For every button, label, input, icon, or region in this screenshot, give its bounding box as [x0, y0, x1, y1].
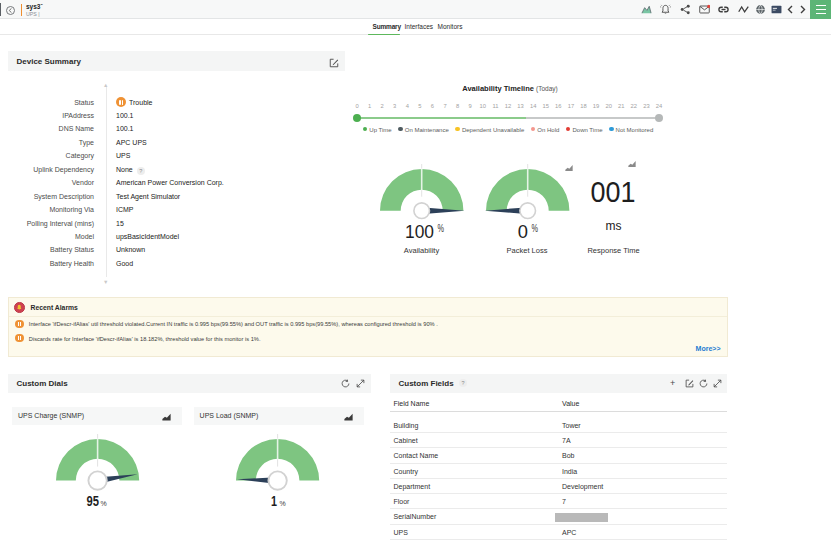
svg-text:%: % — [101, 500, 107, 507]
svg-text:%: % — [280, 500, 286, 507]
svg-text:001: 001 — [591, 174, 636, 206]
svg-text:100: 100 — [405, 223, 434, 241]
svg-text:0: 0 — [518, 223, 528, 241]
